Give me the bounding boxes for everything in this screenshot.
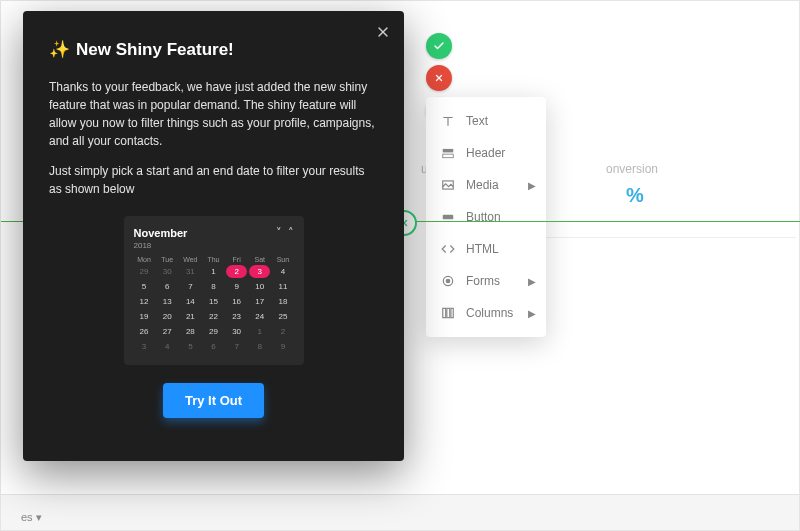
- calendar-day[interactable]: 12: [134, 295, 155, 308]
- close-button[interactable]: [372, 21, 394, 43]
- dropdown-item-label: Forms: [466, 274, 500, 288]
- try-it-out-button[interactable]: Try It Out: [163, 383, 264, 418]
- svg-rect-8: [443, 308, 446, 317]
- calendar-day-selected[interactable]: 3: [249, 265, 270, 278]
- calendar-dow: Sat: [249, 256, 270, 263]
- dropdown-item-button[interactable]: Button: [426, 201, 546, 233]
- dropdown-item-header[interactable]: Header: [426, 137, 546, 169]
- calendar-dow: Mon: [134, 256, 155, 263]
- calendar-day[interactable]: 13: [157, 295, 178, 308]
- dropdown-item-columns[interactable]: Columns ▶: [426, 297, 546, 329]
- calendar-day[interactable]: 15: [203, 295, 224, 308]
- calendar-day[interactable]: 21: [180, 310, 201, 323]
- sparkle-icon: ✨: [49, 40, 70, 59]
- header-icon: [440, 145, 456, 161]
- calendar-dow: Sun: [272, 256, 293, 263]
- bottom-bar: es ▾: [1, 494, 799, 530]
- button-icon: [440, 209, 456, 225]
- calendar-day[interactable]: 7: [226, 340, 247, 353]
- calendar-grid: Mon Tue Wed Thu Fri Sat Sun 29 30 31 1 2…: [134, 256, 294, 353]
- dropdown-item-media[interactable]: Media ▶: [426, 169, 546, 201]
- svg-rect-3: [443, 154, 454, 158]
- calendar-day[interactable]: 8: [249, 340, 270, 353]
- calendar-day[interactable]: 22: [203, 310, 224, 323]
- calendar-month: November: [134, 227, 188, 239]
- calendar-day[interactable]: 10: [249, 280, 270, 293]
- dropdown-item-html[interactable]: HTML: [426, 233, 546, 265]
- text-icon: [440, 113, 456, 129]
- svg-rect-2: [443, 149, 454, 153]
- svg-rect-10: [451, 308, 453, 317]
- calendar-dow: Thu: [203, 256, 224, 263]
- confirm-circle-button[interactable]: [426, 33, 452, 59]
- calendar-dow: Fri: [226, 256, 247, 263]
- bg-text-fragment: onversion: [606, 162, 658, 176]
- conversion-percent: %: [626, 184, 644, 207]
- calendar-day[interactable]: 9: [226, 280, 247, 293]
- calendar-day[interactable]: 19: [134, 310, 155, 323]
- dropdown-item-label: Columns: [466, 306, 513, 320]
- calendar-day[interactable]: 4: [157, 340, 178, 353]
- calendar-day[interactable]: 23: [226, 310, 247, 323]
- calendar-dow: Wed: [180, 256, 201, 263]
- dropdown-item-forms[interactable]: Forms ▶: [426, 265, 546, 297]
- calendar-day[interactable]: 16: [226, 295, 247, 308]
- calendar-day[interactable]: 4: [272, 265, 293, 278]
- dropdown-item-label: Header: [466, 146, 505, 160]
- calendar-day[interactable]: 5: [180, 340, 201, 353]
- calendar-next-button[interactable]: ˄: [288, 226, 294, 239]
- cancel-circle-button[interactable]: [426, 65, 452, 91]
- calendar-day[interactable]: 25: [272, 310, 293, 323]
- calendar-day[interactable]: 20: [157, 310, 178, 323]
- modal-paragraph: Thanks to your feedback, we have just ad…: [49, 78, 378, 150]
- calendar-day[interactable]: 5: [134, 280, 155, 293]
- calendar-day[interactable]: 8: [203, 280, 224, 293]
- calendar-day[interactable]: 6: [203, 340, 224, 353]
- calendar-day[interactable]: 17: [249, 295, 270, 308]
- calendar-dow: Tue: [157, 256, 178, 263]
- dropdown-item-text[interactable]: Text: [426, 105, 546, 137]
- svg-rect-9: [447, 308, 450, 317]
- elements-dropdown: Text Header Media ▶ Button HTML Forms ▶ …: [426, 97, 546, 337]
- modal-title: ✨New Shiny Feature!: [49, 39, 378, 60]
- calendar-day[interactable]: 30: [226, 325, 247, 338]
- feature-modal: ✨New Shiny Feature! Thanks to your feedb…: [23, 11, 404, 461]
- bottom-bar-text: es ▾: [21, 511, 42, 524]
- dropdown-item-label: Media: [466, 178, 499, 192]
- media-icon: [440, 177, 456, 193]
- calendar-day[interactable]: 31: [180, 265, 201, 278]
- columns-icon: [440, 305, 456, 321]
- calendar-day[interactable]: 6: [157, 280, 178, 293]
- dropdown-item-label: Text: [466, 114, 488, 128]
- calendar-day[interactable]: 2: [272, 325, 293, 338]
- dropdown-item-label: HTML: [466, 242, 499, 256]
- calendar-day-selected[interactable]: 2: [226, 265, 247, 278]
- modal-paragraph: Just simply pick a start and an end date…: [49, 162, 378, 198]
- calendar-day[interactable]: 1: [203, 265, 224, 278]
- calendar-prev-button[interactable]: ˅: [276, 226, 282, 239]
- calendar-day[interactable]: 9: [272, 340, 293, 353]
- calendar-day[interactable]: 29: [203, 325, 224, 338]
- calendar-day[interactable]: 7: [180, 280, 201, 293]
- calendar-day[interactable]: 14: [180, 295, 201, 308]
- dropdown-item-label: Button: [466, 210, 501, 224]
- svg-rect-5: [443, 215, 454, 220]
- calendar-day[interactable]: 1: [249, 325, 270, 338]
- calendar-year: 2018: [134, 241, 294, 250]
- calendar-day[interactable]: 18: [272, 295, 293, 308]
- calendar-preview: November ˅ ˄ 2018 Mon Tue Wed Thu Fri Sa…: [124, 216, 304, 365]
- calendar-day[interactable]: 29: [134, 265, 155, 278]
- chevron-right-icon: ▶: [528, 180, 536, 191]
- calendar-day[interactable]: 3: [134, 340, 155, 353]
- forms-icon: [440, 273, 456, 289]
- calendar-day[interactable]: 28: [180, 325, 201, 338]
- calendar-day[interactable]: 24: [249, 310, 270, 323]
- calendar-day[interactable]: 11: [272, 280, 293, 293]
- chevron-right-icon: ▶: [528, 308, 536, 319]
- chevron-right-icon: ▶: [528, 276, 536, 287]
- calendar-day[interactable]: 30: [157, 265, 178, 278]
- calendar-day[interactable]: 26: [134, 325, 155, 338]
- svg-point-7: [446, 279, 450, 283]
- code-icon: [440, 241, 456, 257]
- calendar-day[interactable]: 27: [157, 325, 178, 338]
